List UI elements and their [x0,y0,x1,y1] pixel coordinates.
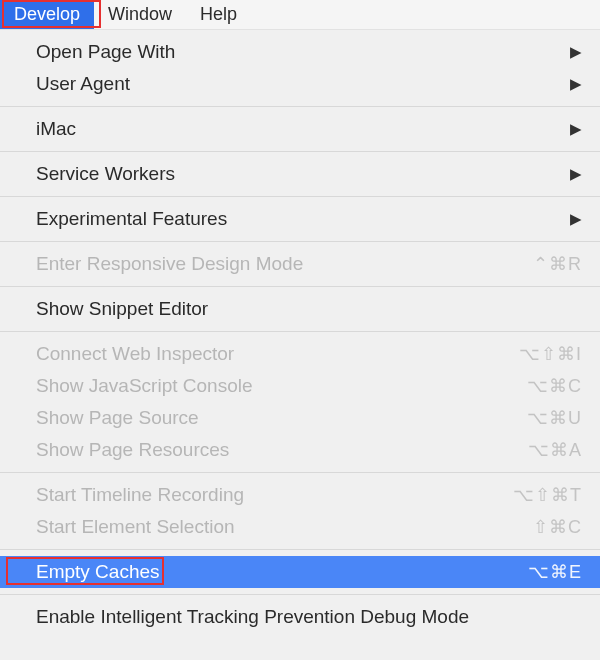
menu-item-show-javascript-console: Show JavaScript Console⌥⌘C [0,370,600,402]
menu-item-label: Connect Web Inspector [36,343,492,365]
chevron-right-icon: ▶ [570,165,582,183]
menu-item-show-snippet-editor[interactable]: Show Snippet Editor [0,293,600,325]
menu-item-shortcut: ⌥⇧⌘I [492,343,582,365]
menu-separator [0,594,600,595]
chevron-right-icon: ▶ [570,43,582,61]
menu-separator [0,331,600,332]
menu-item-enter-responsive-design-mode: Enter Responsive Design Mode⌃⌘R [0,248,600,280]
menu-item-open-page-with[interactable]: Open Page With▶ [0,36,600,68]
menu-item-label: Open Page With [36,41,562,63]
menu-item-shortcut: ⌥⌘A [492,439,582,461]
menu-item-user-agent[interactable]: User Agent▶ [0,68,600,100]
chevron-right-icon: ▶ [570,75,582,93]
menu-item-label: Show Page Source [36,407,492,429]
menu-item-show-page-source: Show Page Source⌥⌘U [0,402,600,434]
menu-item-imac[interactable]: iMac▶ [0,113,600,145]
menu-separator [0,549,600,550]
menu-item-shortcut: ⌥⌘E [492,561,582,583]
menu-item-connect-web-inspector: Connect Web Inspector⌥⇧⌘I [0,338,600,370]
menu-item-label: iMac [36,118,562,140]
chevron-right-icon: ▶ [570,120,582,138]
menu-item-label: Show Page Resources [36,439,492,461]
menu-item-shortcut: ⌥⌘U [492,407,582,429]
menu-item-label: Show JavaScript Console [36,375,492,397]
menu-separator [0,106,600,107]
menu-item-shortcut: ⌃⌘R [492,253,582,275]
menu-item-label: Show Snippet Editor [36,298,582,320]
menu-item-label: Enable Intelligent Tracking Prevention D… [36,606,582,628]
menu-item-start-element-selection: Start Element Selection⇧⌘C [0,511,600,543]
menu-separator [0,472,600,473]
menu-item-experimental-features[interactable]: Experimental Features▶ [0,203,600,235]
menu-separator [0,241,600,242]
menu-separator [0,196,600,197]
menu-item-service-workers[interactable]: Service Workers▶ [0,158,600,190]
menu-item-shortcut: ⌥⇧⌘T [492,484,582,506]
menu-item-shortcut: ⇧⌘C [492,516,582,538]
menu-item-empty-caches[interactable]: Empty Caches⌥⌘E [0,556,600,588]
menu-item-label: Empty Caches [36,561,492,583]
menu-separator [0,286,600,287]
menu-item-shortcut: ⌥⌘C [492,375,582,397]
menu-item-label: User Agent [36,73,562,95]
menu-item-label: Start Timeline Recording [36,484,492,506]
menu-item-label: Service Workers [36,163,562,185]
menu-item-show-page-resources: Show Page Resources⌥⌘A [0,434,600,466]
develop-menu: Open Page With▶User Agent▶iMac▶Service W… [0,36,600,633]
menu-separator [0,151,600,152]
menu-item-label: Enter Responsive Design Mode [36,253,492,275]
menubar: DevelopWindowHelp [0,0,600,30]
menu-item-start-timeline-recording: Start Timeline Recording⌥⇧⌘T [0,479,600,511]
menubar-item-develop[interactable]: Develop [0,0,94,29]
menu-item-label: Experimental Features [36,208,562,230]
menu-item-enable-intelligent-tracking-prevention-debug-mode[interactable]: Enable Intelligent Tracking Prevention D… [0,601,600,633]
chevron-right-icon: ▶ [570,210,582,228]
menubar-item-help[interactable]: Help [186,0,251,29]
menubar-item-window[interactable]: Window [94,0,186,29]
menu-item-label: Start Element Selection [36,516,492,538]
